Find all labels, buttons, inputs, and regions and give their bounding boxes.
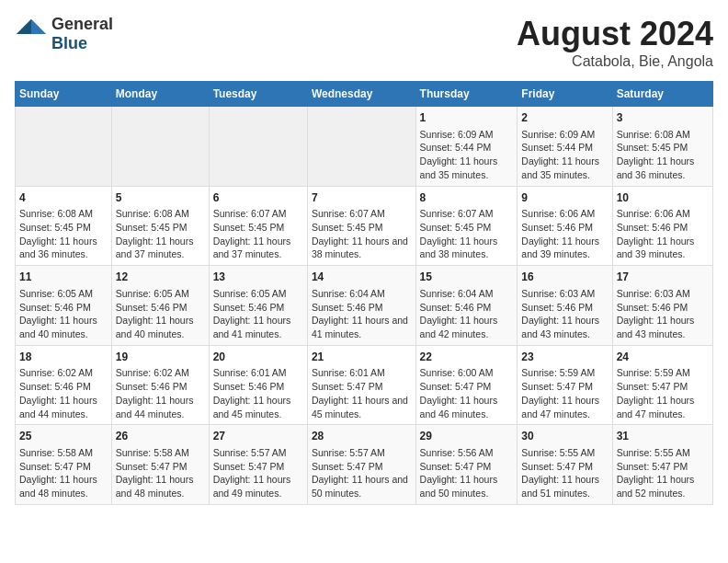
week-row-2: 4Sunrise: 6:08 AMSunset: 5:45 PMDaylight… [16,186,713,266]
calendar-cell [111,107,209,187]
day-info: Sunrise: 5:58 AMSunset: 5:47 PMDaylight:… [116,446,205,500]
calendar-cell: 19Sunrise: 6:02 AMSunset: 5:46 PMDayligh… [111,345,209,425]
day-info: Sunrise: 6:07 AMSunset: 5:45 PMDaylight:… [213,207,303,261]
day-number: 25 [19,429,108,444]
day-number: 12 [116,270,205,285]
day-info: Sunrise: 6:07 AMSunset: 5:45 PMDaylight:… [312,207,412,261]
day-number: 2 [521,110,608,126]
day-info: Sunrise: 5:58 AMSunset: 5:47 PMDaylight:… [19,446,108,500]
calendar-cell: 13Sunrise: 6:05 AMSunset: 5:46 PMDayligh… [209,266,307,346]
day-number: 20 [213,350,303,365]
title-block: August 2024 Catabola, Bie, Angola [517,15,713,70]
day-number: 18 [19,350,108,365]
week-row-5: 25Sunrise: 5:58 AMSunset: 5:47 PMDayligh… [16,425,713,505]
day-info: Sunrise: 6:00 AMSunset: 5:47 PMDaylight:… [420,366,514,420]
calendar-cell: 22Sunrise: 6:00 AMSunset: 5:47 PMDayligh… [415,345,518,425]
day-info: Sunrise: 5:59 AMSunset: 5:47 PMDaylight:… [521,366,608,420]
logo-blue: Blue [51,34,113,53]
calendar-cell: 25Sunrise: 5:58 AMSunset: 5:47 PMDayligh… [16,425,112,505]
day-number: 11 [19,270,108,285]
calendar-body: 1Sunrise: 6:09 AMSunset: 5:44 PMDaylight… [16,107,713,505]
calendar-cell: 4Sunrise: 6:08 AMSunset: 5:45 PMDaylight… [16,186,112,266]
day-info: Sunrise: 6:02 AMSunset: 5:46 PMDaylight:… [116,366,205,420]
day-number: 17 [617,270,709,285]
day-number: 22 [420,350,514,365]
day-number: 21 [312,350,412,365]
week-row-4: 18Sunrise: 6:02 AMSunset: 5:46 PMDayligh… [16,345,713,425]
day-info: Sunrise: 5:55 AMSunset: 5:47 PMDaylight:… [521,446,608,500]
day-info: Sunrise: 5:57 AMSunset: 5:47 PMDaylight:… [312,446,412,500]
day-info: Sunrise: 5:55 AMSunset: 5:47 PMDaylight:… [617,446,709,500]
calendar-cell: 26Sunrise: 5:58 AMSunset: 5:47 PMDayligh… [111,425,209,505]
day-number: 31 [617,429,709,444]
day-info: Sunrise: 6:08 AMSunset: 5:45 PMDaylight:… [19,207,108,261]
day-info: Sunrise: 6:04 AMSunset: 5:46 PMDaylight:… [312,287,412,341]
day-number: 24 [617,350,709,365]
calendar-cell [307,107,415,187]
calendar-cell: 1Sunrise: 6:09 AMSunset: 5:44 PMDaylight… [415,107,518,187]
day-info: Sunrise: 6:06 AMSunset: 5:46 PMDaylight:… [521,207,608,261]
calendar-cell: 11Sunrise: 6:05 AMSunset: 5:46 PMDayligh… [16,266,112,346]
calendar-cell: 2Sunrise: 6:09 AMSunset: 5:44 PMDaylight… [518,107,612,187]
header-tuesday: Tuesday [209,82,307,107]
calendar-cell: 5Sunrise: 6:08 AMSunset: 5:45 PMDaylight… [111,186,209,266]
svg-marker-0 [31,19,46,34]
day-info: Sunrise: 6:03 AMSunset: 5:46 PMDaylight:… [617,287,709,341]
day-number: 23 [521,350,608,365]
day-number: 5 [116,190,205,206]
calendar-cell: 6Sunrise: 6:07 AMSunset: 5:45 PMDaylight… [209,186,307,266]
calendar-cell: 10Sunrise: 6:06 AMSunset: 5:46 PMDayligh… [612,186,712,266]
header-row: Sunday Monday Tuesday Wednesday Thursday… [16,82,713,107]
day-number: 30 [521,429,608,444]
day-info: Sunrise: 6:05 AMSunset: 5:46 PMDaylight:… [19,287,108,341]
calendar-cell: 16Sunrise: 6:03 AMSunset: 5:46 PMDayligh… [518,266,612,346]
calendar-cell: 12Sunrise: 6:05 AMSunset: 5:46 PMDayligh… [111,266,209,346]
calendar-cell: 27Sunrise: 5:57 AMSunset: 5:47 PMDayligh… [209,425,307,505]
day-number: 14 [312,270,412,285]
day-number: 4 [19,190,108,206]
calendar-cell: 30Sunrise: 5:55 AMSunset: 5:47 PMDayligh… [518,425,612,505]
calendar-cell: 3Sunrise: 6:08 AMSunset: 5:45 PMDaylight… [612,107,712,187]
calendar-cell: 29Sunrise: 5:56 AMSunset: 5:47 PMDayligh… [415,425,518,505]
calendar-cell: 15Sunrise: 6:04 AMSunset: 5:46 PMDayligh… [415,266,518,346]
header-thursday: Thursday [415,82,518,107]
week-row-3: 11Sunrise: 6:05 AMSunset: 5:46 PMDayligh… [16,266,713,346]
calendar-cell: 20Sunrise: 6:01 AMSunset: 5:46 PMDayligh… [209,345,307,425]
day-number: 28 [312,429,412,444]
day-info: Sunrise: 5:56 AMSunset: 5:47 PMDaylight:… [420,446,514,500]
header-monday: Monday [111,82,209,107]
calendar-cell: 28Sunrise: 5:57 AMSunset: 5:47 PMDayligh… [307,425,415,505]
calendar-cell: 21Sunrise: 6:01 AMSunset: 5:47 PMDayligh… [307,345,415,425]
day-number: 7 [312,190,412,206]
day-number: 19 [116,350,205,365]
day-info: Sunrise: 6:05 AMSunset: 5:46 PMDaylight:… [213,287,303,341]
calendar-cell: 7Sunrise: 6:07 AMSunset: 5:45 PMDaylight… [307,186,415,266]
logo-icon [15,17,48,51]
header-saturday: Saturday [612,82,712,107]
header-friday: Friday [518,82,612,107]
day-info: Sunrise: 6:05 AMSunset: 5:46 PMDaylight:… [116,287,205,341]
calendar-cell [209,107,307,187]
header-sunday: Sunday [16,82,112,107]
day-info: Sunrise: 6:07 AMSunset: 5:45 PMDaylight:… [420,207,514,261]
calendar-cell: 24Sunrise: 5:59 AMSunset: 5:47 PMDayligh… [612,345,712,425]
calendar-cell: 8Sunrise: 6:07 AMSunset: 5:45 PMDaylight… [415,186,518,266]
day-info: Sunrise: 5:59 AMSunset: 5:47 PMDaylight:… [617,366,709,420]
day-number: 6 [213,190,303,206]
calendar-table: Sunday Monday Tuesday Wednesday Thursday… [15,81,713,505]
day-number: 3 [617,110,709,126]
calendar-subtitle: Catabola, Bie, Angola [517,53,713,70]
calendar-cell: 18Sunrise: 6:02 AMSunset: 5:46 PMDayligh… [16,345,112,425]
calendar-title: August 2024 [517,15,713,53]
day-number: 16 [521,270,608,285]
day-info: Sunrise: 6:04 AMSunset: 5:46 PMDaylight:… [420,287,514,341]
calendar-header: Sunday Monday Tuesday Wednesday Thursday… [16,82,713,107]
header-wednesday: Wednesday [307,82,415,107]
day-info: Sunrise: 6:03 AMSunset: 5:46 PMDaylight:… [521,287,608,341]
week-row-1: 1Sunrise: 6:09 AMSunset: 5:44 PMDaylight… [16,107,713,187]
day-number: 13 [213,270,303,285]
day-number: 15 [420,270,514,285]
logo-general: General [51,15,113,34]
day-number: 10 [617,190,709,206]
day-number: 27 [213,429,303,444]
